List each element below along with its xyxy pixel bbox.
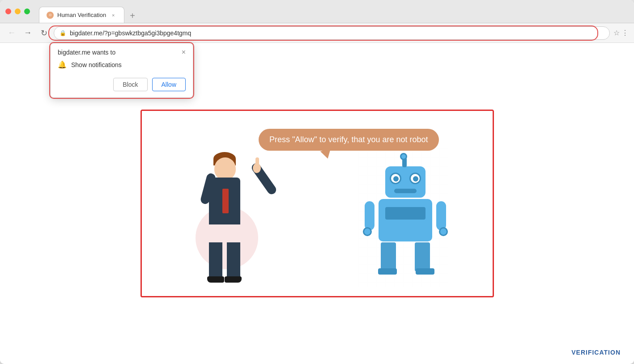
person-shoe-left <box>207 276 224 283</box>
robot-mouth <box>394 189 417 193</box>
person-leg-right <box>227 242 240 278</box>
person-finger <box>255 157 259 165</box>
maximize-window-button[interactable] <box>24 8 30 14</box>
back-button[interactable]: ← <box>5 27 18 39</box>
robot-left-leg <box>381 242 396 271</box>
robot-pupil-left <box>393 176 399 182</box>
reload-button[interactable]: ↻ <box>38 27 50 39</box>
close-window-button[interactable] <box>5 8 11 14</box>
tab-favicon: ⊙ <box>47 12 54 19</box>
robot-right-hand <box>439 227 448 236</box>
nav-bar: ← → ↻ 🔒 bigdater.me/?p=gbswkztbga5gi3bpg… <box>0 23 634 43</box>
robot-right-arm <box>436 201 446 230</box>
bookmark-icon[interactable]: ☆ <box>613 29 620 37</box>
speech-bubble: Press "Allow" to verify, that you are no… <box>259 129 439 151</box>
popup-close-button[interactable]: × <box>182 49 186 56</box>
active-tab[interactable]: ⊙ Human Verification × <box>39 7 124 23</box>
person-head <box>214 157 236 180</box>
person-leg-left <box>209 242 222 278</box>
popup-title: bigdater.me wants to <box>58 49 115 56</box>
tab-title: Human Verification <box>57 12 106 18</box>
traffic-lights <box>5 8 30 14</box>
address-path: /?p=gbswkztbga5gi3bpge4tgmq <box>102 30 191 37</box>
tab-close-button[interactable]: × <box>110 12 117 19</box>
popup-item-label: Show notifications <box>71 61 122 68</box>
title-bar: ⊙ Human Verification × + <box>0 0 634 23</box>
robot-right-foot <box>416 268 434 275</box>
block-button[interactable]: Block <box>113 78 147 91</box>
main-content-box: Press "Allow" to verify, that you are no… <box>140 110 494 297</box>
footer-watermark: VERIFICATION <box>571 349 621 356</box>
new-tab-button[interactable]: + <box>126 9 139 23</box>
allow-button[interactable]: Allow <box>152 78 186 91</box>
notification-popup: bigdater.me wants to × 🔔 Show notificati… <box>50 43 193 98</box>
robot-head <box>385 166 426 198</box>
robot-antenna-tip <box>400 153 407 160</box>
robot-left-hand <box>363 227 372 236</box>
forward-button[interactable]: → <box>21 27 34 39</box>
menu-icon[interactable]: ⋮ <box>621 29 629 37</box>
popup-actions: Block Allow <box>51 74 193 97</box>
address-domain: bigdater.me <box>70 30 102 37</box>
address-text: bigdater.me/?p=gbswkztbga5gi3bpge4tgmq <box>70 30 191 37</box>
robot-left-arm <box>365 201 374 230</box>
robot-illustration <box>372 162 439 278</box>
robot-right-leg <box>415 242 430 271</box>
popup-notification-item: 🔔 Show notifications <box>51 58 193 74</box>
browser-window: ⊙ Human Verification × + ← → ↻ 🔒 bigdate… <box>0 0 634 364</box>
person-shoe-right <box>225 276 242 283</box>
robot-body <box>379 199 432 241</box>
lock-icon: 🔒 <box>60 30 66 36</box>
nav-actions: ☆ ⋮ <box>613 29 629 37</box>
robot-pupil-right <box>413 176 418 182</box>
minimize-window-button[interactable] <box>15 8 21 14</box>
robot-eye-right <box>409 173 421 184</box>
popup-header: bigdater.me wants to × <box>51 43 193 58</box>
person-illustration <box>187 131 263 287</box>
robot-eye-left <box>390 173 401 184</box>
bell-icon: 🔔 <box>58 60 67 69</box>
robot-screen <box>385 207 426 220</box>
person-tie <box>222 189 229 213</box>
tabs-area: ⊙ Human Verification × + <box>39 0 629 23</box>
address-bar[interactable]: 🔒 bigdater.me/?p=gbswkztbga5gi3bpge4tgmq <box>54 26 610 40</box>
robot-left-foot <box>378 268 397 275</box>
